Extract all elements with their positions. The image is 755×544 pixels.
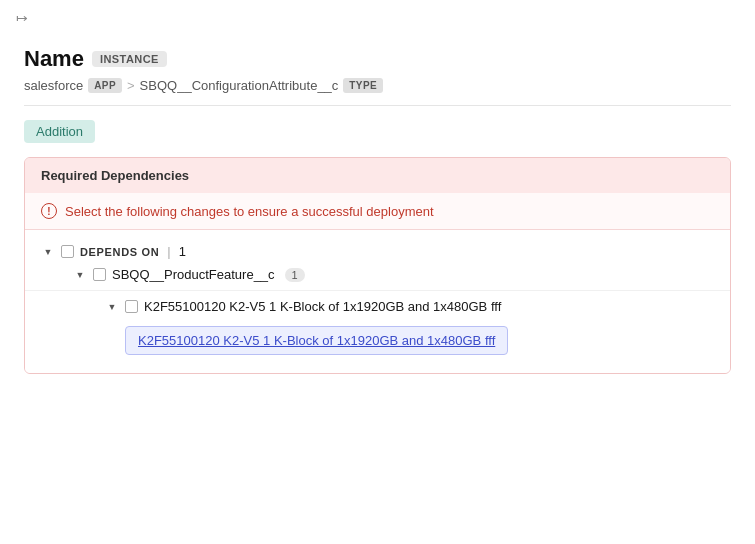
breadcrumb-type-name: SBQQ__ConfigurationAttribute__c: [140, 78, 339, 93]
breadcrumb-separator: >: [127, 78, 135, 93]
level1-row: ▼ SBQQ__ProductFeature__c 1: [25, 263, 730, 286]
tree-separator-1: [25, 290, 730, 291]
depends-on-row: ▼ DEPENDS ON | 1: [25, 240, 730, 263]
dep-warning-row: ! Select the following changes to ensure…: [25, 193, 730, 230]
breadcrumb: salesforce APP > SBQQ__ConfigurationAttr…: [24, 78, 731, 93]
link-row: K2F55100120 K2-V5 1 K-Block of 1x1920GB …: [25, 318, 730, 363]
page-title: Name: [24, 46, 84, 72]
level1-chevron[interactable]: ▼: [73, 268, 87, 282]
level2-chevron[interactable]: ▼: [105, 300, 119, 314]
level2-checkbox[interactable]: [125, 300, 138, 313]
level1-count: 1: [285, 268, 305, 282]
depends-on-label: DEPENDS ON: [80, 246, 159, 258]
dependencies-panel: Required Dependencies ! Select the follo…: [24, 157, 731, 374]
depends-on-count: 1: [179, 244, 186, 259]
addition-tag: Addition: [24, 120, 95, 143]
name-row: Name INSTANCE: [24, 46, 731, 72]
warning-icon: !: [41, 203, 57, 219]
dep-warning-text: Select the following changes to ensure a…: [65, 204, 434, 219]
type-badge: TYPE: [343, 78, 383, 93]
link-item[interactable]: K2F55100120 K2-V5 1 K-Block of 1x1920GB …: [125, 326, 508, 355]
instance-badge: INSTANCE: [92, 51, 167, 67]
top-bar: ↦: [0, 0, 755, 36]
dep-panel-header: Required Dependencies: [25, 158, 730, 193]
dep-body: ▼ DEPENDS ON | 1 ▼ SBQQ__ProductFeature_…: [25, 230, 730, 373]
level2-label: K2F55100120 K2-V5 1 K-Block of 1x1920GB …: [144, 299, 501, 314]
level2-row: ▼ K2F55100120 K2-V5 1 K-Block of 1x1920G…: [25, 295, 730, 318]
depends-on-separator: |: [167, 244, 170, 259]
depends-on-checkbox[interactable]: [61, 245, 74, 258]
tag-section: Addition: [0, 106, 755, 157]
app-badge: APP: [88, 78, 122, 93]
header-section: Name INSTANCE salesforce APP > SBQQ__Con…: [0, 36, 755, 105]
expand-icon[interactable]: ↦: [16, 10, 28, 26]
breadcrumb-app-name: salesforce: [24, 78, 83, 93]
level1-label: SBQQ__ProductFeature__c: [112, 267, 275, 282]
level1-checkbox[interactable]: [93, 268, 106, 281]
depends-on-chevron[interactable]: ▼: [41, 245, 55, 259]
